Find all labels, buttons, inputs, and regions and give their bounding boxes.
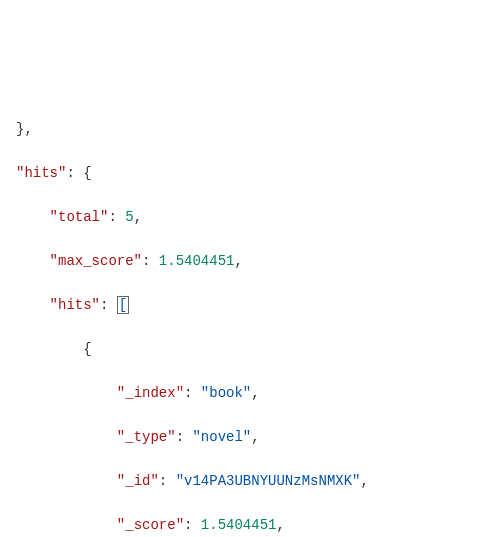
code-line: "_score": 1.5404451,: [8, 514, 503, 536]
json-comma: ,: [134, 209, 142, 225]
json-val-maxscore: 1.5404451: [159, 253, 235, 269]
json-key-type: "_type": [117, 429, 176, 445]
json-key-id: "_id": [117, 473, 159, 489]
json-code-view: }, "hits": { "total": 5, "max_score": 1.…: [8, 96, 503, 537]
json-colon: :: [142, 253, 159, 269]
code-line: "max_score": 1.5404451,: [8, 250, 503, 272]
json-val-id: "v14PA3UBNYUUNzMsNMXK": [176, 473, 361, 489]
json-key-hits: "hits": [16, 165, 66, 181]
json-colon: :: [176, 429, 193, 445]
json-open-brace: {: [83, 341, 91, 357]
code-line: "_type": "novel",: [8, 426, 503, 448]
json-comma: ,: [276, 517, 284, 533]
json-open-bracket: [: [117, 296, 129, 314]
json-val-type: "novel": [192, 429, 251, 445]
json-comma: ,: [251, 385, 259, 401]
json-key-score: "_score": [117, 517, 184, 533]
json-val-index: "book": [201, 385, 251, 401]
json-colon: :: [100, 297, 117, 313]
json-comma: ,: [251, 429, 259, 445]
json-key-maxscore: "max_score": [50, 253, 142, 269]
json-colon: :: [159, 473, 176, 489]
json-key-total: "total": [50, 209, 109, 225]
code-line: "hits": {: [8, 162, 503, 184]
json-open-brace: {: [83, 165, 91, 181]
json-key-hits-inner: "hits": [50, 297, 100, 313]
code-line: {: [8, 338, 503, 360]
code-line: },: [8, 118, 503, 140]
json-comma: ,: [361, 473, 369, 489]
code-line: "total": 5,: [8, 206, 503, 228]
json-key-index: "_index": [117, 385, 184, 401]
json-comma: ,: [234, 253, 242, 269]
code-line: "_id": "v14PA3UBNYUUNzMsNMXK",: [8, 470, 503, 492]
json-colon: :: [184, 385, 201, 401]
json-val-total: 5: [125, 209, 133, 225]
code-line: "_index": "book",: [8, 382, 503, 404]
json-colon: :: [66, 165, 83, 181]
json-punct: },: [16, 121, 33, 137]
json-colon: :: [108, 209, 125, 225]
json-val-score: 1.5404451: [201, 517, 277, 533]
json-colon: :: [184, 517, 201, 533]
code-line: "hits": [: [8, 294, 503, 316]
